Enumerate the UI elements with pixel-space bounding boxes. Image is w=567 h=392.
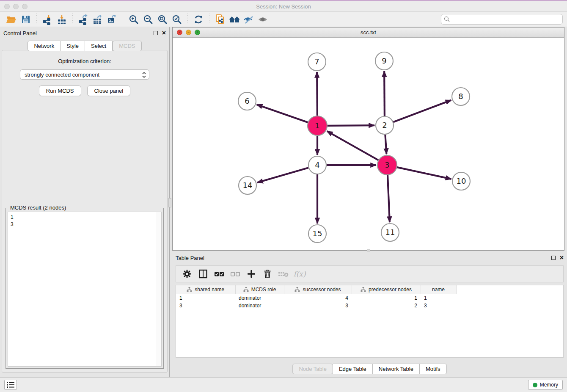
- table-toolbar: f(x): [176, 265, 564, 282]
- tab-style[interactable]: Style: [61, 41, 85, 51]
- zoom-in-icon: [128, 14, 139, 25]
- column-header-predecessor-nodes[interactable]: predecessor nodes: [352, 285, 421, 294]
- zoom-fit-button[interactable]: [155, 13, 170, 26]
- show-preview-button[interactable]: [256, 13, 270, 26]
- home-icon: [228, 14, 241, 25]
- graph-edge-3-10[interactable]: [397, 167, 451, 179]
- tab-network-table[interactable]: Network Table: [373, 364, 420, 374]
- tab-motifs[interactable]: Motifs: [420, 364, 447, 374]
- mcds-tab-content: Optimization criterion: strongly connect…: [2, 50, 168, 373]
- show-preview-icon: [257, 14, 269, 25]
- function-builder-button[interactable]: f(x): [293, 267, 306, 281]
- tab-select[interactable]: Select: [85, 41, 113, 51]
- graph-edge-1-6[interactable]: [257, 105, 308, 122]
- table-cell[interactable]: 1: [352, 294, 421, 302]
- tab-network[interactable]: Network: [28, 41, 61, 51]
- add-column-button[interactable]: [245, 267, 258, 281]
- save-session-icon: [21, 14, 31, 25]
- control-panel-title: Control Panel: [3, 30, 37, 36]
- table-row[interactable]: 1dominator411: [176, 294, 456, 302]
- graph-node-label: 7: [314, 57, 319, 66]
- search-input[interactable]: [441, 14, 563, 25]
- tab-mcds[interactable]: MCDS: [113, 41, 141, 51]
- tab-node-table[interactable]: Node Table: [292, 364, 333, 374]
- graph-edge-4-14[interactable]: [257, 168, 308, 182]
- select-all-button[interactable]: [212, 267, 226, 281]
- home-button[interactable]: [227, 13, 242, 26]
- float-table-panel-button[interactable]: [551, 256, 556, 260]
- column-header-mcds-role[interactable]: MCDS role: [235, 285, 284, 294]
- export-table-button[interactable]: [91, 13, 105, 26]
- graph-edge-3-1[interactable]: [327, 131, 378, 160]
- network-canvas[interactable]: 7968124314101511: [173, 38, 564, 250]
- import-network-icon: [42, 14, 53, 25]
- close-panel-icon[interactable]: ×: [162, 31, 166, 35]
- import-network-button[interactable]: [40, 13, 55, 26]
- graph-edge-2-8[interactable]: [394, 100, 451, 122]
- graph-edge-1-2[interactable]: [328, 125, 374, 126]
- table-cell[interactable]: 3: [284, 302, 352, 309]
- hierarchy-icon: [361, 287, 366, 292]
- column-header-shared-name[interactable]: shared name: [176, 285, 235, 294]
- graph-node-label: 1: [315, 121, 319, 130]
- zoom-in-button[interactable]: [127, 13, 141, 26]
- split-view-button[interactable]: [196, 267, 210, 281]
- status-bar: Memory: [0, 377, 567, 392]
- zoom-selected-button[interactable]: [170, 13, 184, 26]
- graph-edge-2-3[interactable]: [385, 135, 386, 154]
- hide-preview-icon: [243, 14, 255, 25]
- hide-preview-button[interactable]: [242, 13, 256, 26]
- table-row[interactable]: 3dominator323: [176, 302, 456, 309]
- settings-gear-button[interactable]: [180, 267, 194, 281]
- table-cell[interactable]: 3: [421, 302, 456, 309]
- import-table-button[interactable]: [55, 13, 69, 26]
- split-view-icon: [198, 269, 208, 279]
- select-all-icon: [214, 269, 225, 279]
- panel-splitter-handle[interactable]: [168, 198, 171, 207]
- graph-node-label: 10: [457, 177, 466, 185]
- export-image-button[interactable]: [105, 13, 119, 26]
- refresh-button[interactable]: [191, 13, 206, 26]
- save-session-button[interactable]: [19, 13, 33, 26]
- memory-button[interactable]: Memory: [528, 380, 563, 390]
- control-panel: Control Panel × Network Style Select MCD…: [0, 27, 170, 377]
- task-history-button[interactable]: [4, 380, 17, 390]
- close-panel-button[interactable]: Close panel: [87, 86, 131, 96]
- result-line: 3: [11, 221, 159, 228]
- copy-network-button[interactable]: [213, 13, 227, 26]
- tab-edge-table[interactable]: Edge Table: [333, 364, 373, 374]
- close-table-panel-icon[interactable]: ×: [560, 256, 564, 260]
- zoom-selected-icon: [171, 14, 182, 25]
- graph-edge-3-11[interactable]: [388, 175, 390, 222]
- column-header-successor-nodes[interactable]: successor nodes: [284, 285, 352, 294]
- node-table: shared name MCDS role successor nodes pr…: [176, 285, 457, 309]
- open-session-icon: [6, 14, 17, 25]
- table-cell[interactable]: 2: [352, 302, 421, 309]
- table-panel-title: Table Panel: [176, 255, 204, 261]
- run-mcds-button[interactable]: Run MCDS: [39, 86, 81, 96]
- table-cell[interactable]: dominator: [235, 302, 284, 309]
- table-cell[interactable]: 3: [176, 302, 235, 309]
- delete-table-button[interactable]: [277, 267, 290, 281]
- delete-column-button[interactable]: [261, 267, 274, 281]
- table-cell[interactable]: 1: [176, 294, 235, 302]
- open-session-button[interactable]: [4, 13, 19, 26]
- table-cell[interactable]: 4: [284, 294, 352, 302]
- deselect-all-button[interactable]: [228, 267, 242, 281]
- mcds-result-text[interactable]: 1 3: [8, 212, 162, 367]
- optimization-criterion-select[interactable]: strongly connected component: [20, 69, 149, 80]
- toolbar-separator: [72, 14, 73, 25]
- result-scrollbar[interactable]: [156, 212, 161, 366]
- table-cell[interactable]: dominator: [235, 294, 284, 302]
- zoom-out-button[interactable]: [141, 13, 155, 26]
- table-cell[interactable]: 1: [421, 294, 456, 302]
- graph-edge-1-7[interactable]: [317, 72, 317, 116]
- network-graph[interactable]: 7968124314101511: [173, 38, 564, 250]
- export-network-button[interactable]: [76, 13, 91, 26]
- column-header-name[interactable]: name: [421, 285, 456, 294]
- float-panel-button[interactable]: [154, 31, 158, 35]
- horizontal-splitter-handle[interactable]: [367, 249, 370, 251]
- hierarchy-icon: [243, 287, 249, 292]
- search-icon: [444, 16, 450, 22]
- graph-edge-2-9[interactable]: [384, 71, 385, 116]
